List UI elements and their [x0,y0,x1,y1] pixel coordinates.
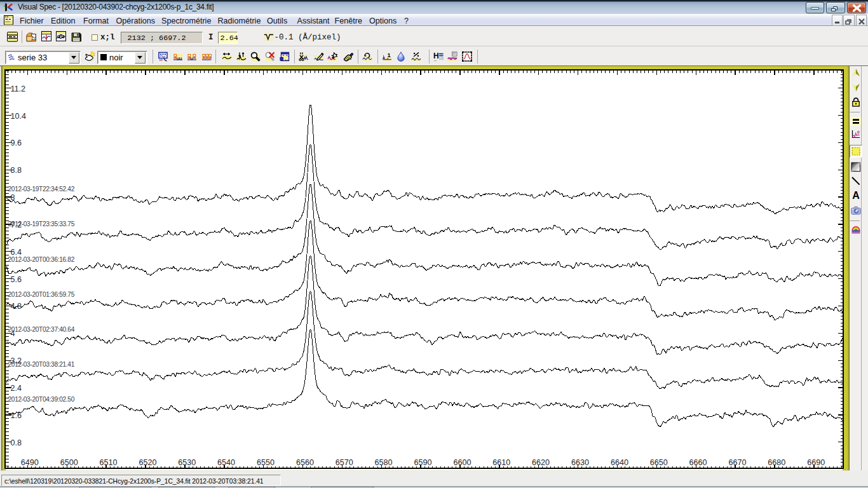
svg-text:6530: 6530 [178,458,196,467]
svg-text:6690: 6690 [807,458,825,467]
svg-text:6610: 6610 [492,458,510,467]
svg-text:A: A [852,190,860,200]
svg-text:4.8: 4.8 [11,302,22,311]
svg-text:H: H [433,51,439,60]
svg-text:2012-03-20T02:37:40.64: 2012-03-20T02:37:40.64 [8,326,75,333]
svg-text:6500: 6500 [60,458,78,467]
svg-text:0.8: 0.8 [11,438,22,447]
svg-text:9.6: 9.6 [11,139,22,147]
svg-text:6650: 6650 [650,458,668,467]
svg-text:11.2: 11.2 [11,85,26,93]
svg-text:2012-03-19T22:34:52.42: 2012-03-19T22:34:52.42 [8,186,75,193]
svg-text:6560: 6560 [296,458,314,467]
svg-text:6510: 6510 [99,458,117,467]
svg-text:6590: 6590 [414,458,431,467]
svg-text:6.4: 6.4 [11,248,22,257]
svg-text:6660: 6660 [689,458,707,467]
svg-text:10.4: 10.4 [11,112,27,121]
svg-text:2.4: 2.4 [11,384,22,393]
svg-text:6580: 6580 [375,458,393,467]
svg-text:c: c [857,129,860,135]
svg-text:8.8: 8.8 [11,166,22,175]
svg-text:6550: 6550 [257,458,275,467]
svg-text:2012-03-20T01:36:59.75: 2012-03-20T01:36:59.75 [8,291,75,298]
svg-text:6640: 6640 [611,458,628,467]
svg-text:6540: 6540 [217,458,235,467]
svg-text:6600: 6600 [453,458,471,467]
svg-text:6520: 6520 [139,458,156,467]
svg-text:1.6: 1.6 [11,411,22,420]
svg-text:5.6: 5.6 [11,275,22,284]
svg-text:8: 8 [11,193,15,202]
svg-text:6680: 6680 [768,458,785,467]
svg-text:6620: 6620 [532,458,550,467]
svg-text:6490: 6490 [21,458,39,467]
svg-text:2012-03-20T00:36:16.82: 2012-03-20T00:36:16.82 [8,256,75,263]
svg-text:1: 1 [387,51,390,58]
svg-text:6670: 6670 [728,458,746,467]
svg-text:6570: 6570 [336,458,353,467]
svg-text:6630: 6630 [571,458,589,467]
svg-text:2012-03-20T03:38:21.41: 2012-03-20T03:38:21.41 [8,361,75,368]
svg-text:2012-03-20T04:39:02.50: 2012-03-20T04:39:02.50 [8,396,75,403]
svg-text:2012-03-19T23:35:33.75: 2012-03-19T23:35:33.75 [8,220,75,227]
